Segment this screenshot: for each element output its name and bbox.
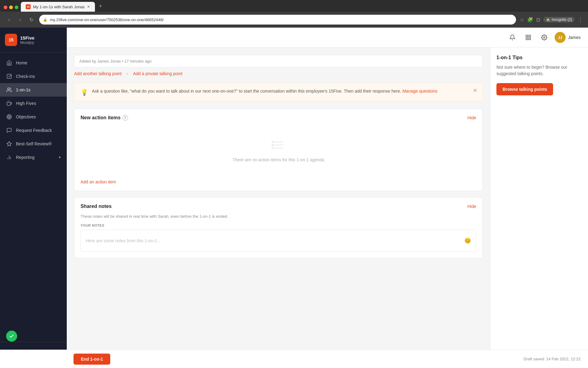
- forward-button[interactable]: ›: [16, 15, 24, 24]
- manage-questions-link[interactable]: Manage questions: [402, 89, 437, 94]
- info-banner-close-button[interactable]: ✕: [471, 87, 479, 94]
- request-feedback-icon: [6, 127, 12, 133]
- check-badge[interactable]: [6, 331, 17, 342]
- sidebar-item-home-label: Home: [16, 60, 27, 65]
- bookmark-icon[interactable]: ☆: [520, 17, 524, 23]
- extensions-icon[interactable]: 🧩: [527, 17, 533, 23]
- separator: •: [126, 71, 128, 77]
- incognito-badge: 🕵 Incognito (2): [543, 17, 575, 22]
- brand-sub: Moodjoy: [20, 40, 35, 45]
- shared-notes-hide-button[interactable]: Hide: [467, 204, 476, 209]
- sidebar-item-home[interactable]: Home: [0, 56, 67, 70]
- svg-point-6: [8, 116, 11, 118]
- sidebar-item-highfives-label: High Fives: [16, 101, 36, 106]
- sidebar-item-objectives[interactable]: Objectives: [0, 110, 67, 124]
- new-tab-button[interactable]: +: [96, 2, 105, 10]
- traffic-light-red[interactable]: [4, 6, 7, 9]
- svg-rect-14: [529, 38, 530, 40]
- tips-panel: 1-on-1 Tips Not sure where to begin? Bro…: [490, 48, 588, 368]
- action-items-info-icon[interactable]: ?: [123, 115, 128, 121]
- svg-point-1: [8, 88, 9, 90]
- menu-icon[interactable]: ⋮: [578, 16, 583, 23]
- sidebar-item-feedback-label: Request Feedback: [16, 128, 52, 133]
- svg-rect-18: [273, 144, 283, 146]
- added-info: Added by James Jonas • 17 minutes ago: [74, 55, 483, 67]
- sidebar-item-reporting-label: Reporting: [16, 155, 35, 160]
- browse-talking-points-button[interactable]: Browse talking points: [496, 83, 553, 95]
- best-self-icon: [6, 141, 12, 147]
- svg-rect-12: [526, 35, 528, 37]
- url-text: my.15five.com/one-on-one/user/7502536/on…: [50, 17, 512, 22]
- traffic-light-green[interactable]: [15, 6, 18, 9]
- your-notes-label: YOUR NOTES: [81, 224, 476, 227]
- browser-tab[interactable]: 15 My 1-on-1s with Sarah Jonas ✕: [21, 2, 95, 12]
- sidebar-item-high-fives[interactable]: High Fives: [0, 97, 67, 110]
- sidebar-nav: Home Check-ins 1-on-1s: [0, 52, 67, 342]
- notifications-icon[interactable]: [507, 32, 518, 43]
- notes-placeholder-text: Here are some notes from this 1-on-1...: [86, 238, 464, 243]
- settings-icon[interactable]: [539, 32, 550, 43]
- tips-text: Not sure where to begin? Browse our sugg…: [496, 64, 582, 77]
- home-icon: [6, 60, 12, 66]
- action-items-title: New action items ?: [81, 115, 128, 121]
- brand-name: 15Five: [20, 35, 35, 40]
- shared-notes-title: Shared notes: [81, 204, 111, 209]
- empty-list-icon: [271, 138, 286, 154]
- sidebar-item-check-ins[interactable]: Check-ins: [0, 70, 67, 83]
- back-button[interactable]: ‹: [5, 15, 13, 24]
- user-name: James: [568, 35, 581, 40]
- draft-saved-text: Draft saved: 14 Feb 2022, 12:22: [524, 357, 581, 361]
- 1on1s-icon: [6, 87, 12, 93]
- sidebar-item-reporting[interactable]: Reporting ▾: [0, 151, 67, 164]
- notes-description: These notes will be shared in real time …: [81, 214, 476, 219]
- window-icon[interactable]: ⊡: [536, 17, 540, 23]
- action-items-hide-button[interactable]: Hide: [467, 115, 476, 120]
- sidebar: 15 15Five Moodjoy Home: [0, 28, 67, 368]
- tab-favicon: 15: [26, 4, 31, 9]
- grid-icon[interactable]: [523, 32, 534, 43]
- check-ins-icon: [6, 73, 12, 79]
- objectives-icon: [6, 114, 12, 120]
- svg-point-16: [543, 37, 545, 38]
- sidebar-item-request-feedback[interactable]: Request Feedback: [0, 124, 67, 137]
- action-items-empty-state: There are no action items for this 1-on-…: [81, 125, 476, 174]
- tab-title: My 1-on-1s with Sarah Jonas: [33, 5, 85, 9]
- svg-rect-15: [526, 38, 528, 40]
- lock-icon: 🔒: [43, 17, 47, 22]
- add-action-item-link[interactable]: Add an action item: [81, 179, 116, 184]
- svg-point-7: [9, 117, 10, 117]
- info-banner: 💡 Ask a question like, "what do you want…: [74, 83, 483, 101]
- info-banner-text: Ask a question like, "what do you want t…: [92, 88, 476, 94]
- end-1on1-button[interactable]: End 1-on-1: [74, 354, 110, 365]
- traffic-light-yellow[interactable]: [9, 6, 13, 9]
- svg-rect-13: [529, 35, 530, 37]
- svg-rect-0: [7, 74, 11, 79]
- emoji-icon[interactable]: 😊: [464, 237, 471, 244]
- add-talking-point-link[interactable]: Add another talking point: [74, 71, 122, 77]
- sidebar-item-checkins-label: Check-ins: [16, 74, 35, 79]
- sidebar-item-1on1s[interactable]: 1-on-1s: [0, 83, 67, 97]
- tab-close-button[interactable]: ✕: [87, 5, 90, 9]
- bottom-bar: End 1-on-1 Draft saved: 14 Feb 2022, 12:…: [0, 350, 588, 368]
- svg-rect-22: [272, 147, 273, 149]
- reload-button[interactable]: ↻: [27, 15, 36, 24]
- sidebar-item-bestself-label: Best-Self Review®: [16, 141, 52, 146]
- lightbulb-icon: 💡: [81, 89, 88, 96]
- app-header: JJ James: [67, 28, 588, 48]
- shared-notes-section: Shared notes Hide These notes will be sh…: [74, 197, 483, 258]
- sidebar-item-1on1s-label: 1-on-1s: [16, 87, 30, 92]
- sidebar-item-best-self[interactable]: Best-Self Review®: [0, 137, 67, 151]
- svg-rect-17: [273, 141, 283, 143]
- reporting-icon: [6, 154, 12, 160]
- svg-rect-19: [273, 148, 283, 149]
- user-avatar: JJ: [555, 32, 566, 43]
- notes-input[interactable]: Here are some notes from this 1-on-1... …: [81, 230, 476, 252]
- svg-rect-21: [272, 144, 273, 146]
- svg-rect-20: [272, 141, 273, 143]
- svg-marker-8: [7, 142, 12, 146]
- add-private-talking-point-link[interactable]: Add a private talking point: [133, 71, 183, 77]
- action-items-empty-text: There are no action items for this 1-on-…: [232, 157, 324, 162]
- address-bar[interactable]: 🔒 my.15five.com/one-on-one/user/7502536/…: [39, 15, 516, 25]
- high-fives-icon: [6, 100, 12, 106]
- talking-links: Add another talking point • Add a privat…: [74, 71, 483, 77]
